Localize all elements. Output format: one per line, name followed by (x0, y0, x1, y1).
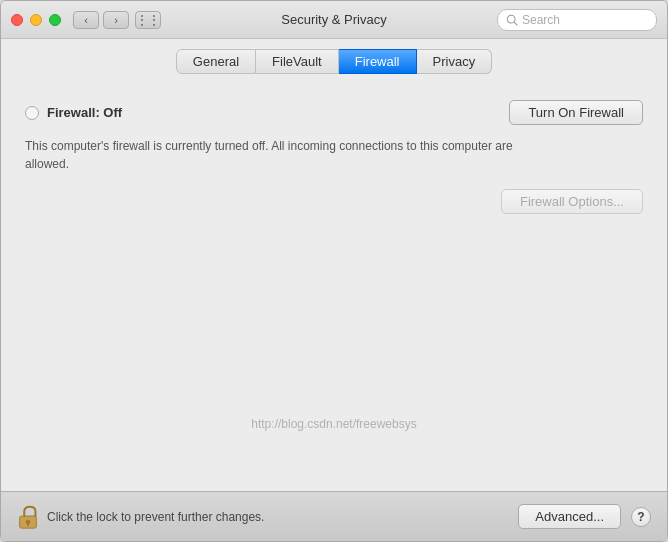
content-area: Firewall: Off Turn On Firewall This comp… (1, 82, 667, 491)
lock-area[interactable]: Click the lock to prevent further change… (17, 504, 264, 530)
firewall-status-left: Firewall: Off (25, 105, 122, 120)
tabbar: General FileVault Firewall Privacy (1, 39, 667, 82)
tab-firewall[interactable]: Firewall (339, 49, 417, 74)
forward-button[interactable]: › (103, 11, 129, 29)
tab-filevault[interactable]: FileVault (256, 49, 339, 74)
svg-line-1 (514, 22, 517, 25)
firewall-status-label: Firewall: Off (47, 105, 122, 120)
traffic-lights (11, 14, 61, 26)
minimize-button[interactable] (30, 14, 42, 26)
main-window: ‹ › ⋮⋮ Security & Privacy General FileVa… (0, 0, 668, 542)
help-button[interactable]: ? (631, 507, 651, 527)
firewall-status-radio[interactable] (25, 106, 39, 120)
svg-rect-4 (27, 522, 29, 526)
search-box[interactable] (497, 9, 657, 31)
tab-general[interactable]: General (176, 49, 256, 74)
search-input[interactable] (522, 13, 648, 27)
firewall-description: This computer's firewall is currently tu… (25, 137, 525, 173)
nav-buttons: ‹ › (73, 11, 129, 29)
watermark: http://blog.csdn.net/freewebsys (251, 417, 416, 431)
tab-privacy[interactable]: Privacy (417, 49, 493, 74)
bottom-right-buttons: Advanced... ? (518, 504, 651, 529)
maximize-button[interactable] (49, 14, 61, 26)
advanced-button[interactable]: Advanced... (518, 504, 621, 529)
lock-icon (17, 504, 39, 530)
titlebar: ‹ › ⋮⋮ Security & Privacy (1, 1, 667, 39)
firewall-options-button[interactable]: Firewall Options... (501, 189, 643, 214)
search-icon (506, 14, 518, 26)
window-title: Security & Privacy (281, 12, 386, 27)
lock-text: Click the lock to prevent further change… (47, 510, 264, 524)
turn-on-firewall-button[interactable]: Turn On Firewall (509, 100, 643, 125)
close-button[interactable] (11, 14, 23, 26)
grid-button[interactable]: ⋮⋮ (135, 11, 161, 29)
bottombar: Click the lock to prevent further change… (1, 491, 667, 541)
back-button[interactable]: ‹ (73, 11, 99, 29)
firewall-status-row: Firewall: Off Turn On Firewall (25, 100, 643, 125)
